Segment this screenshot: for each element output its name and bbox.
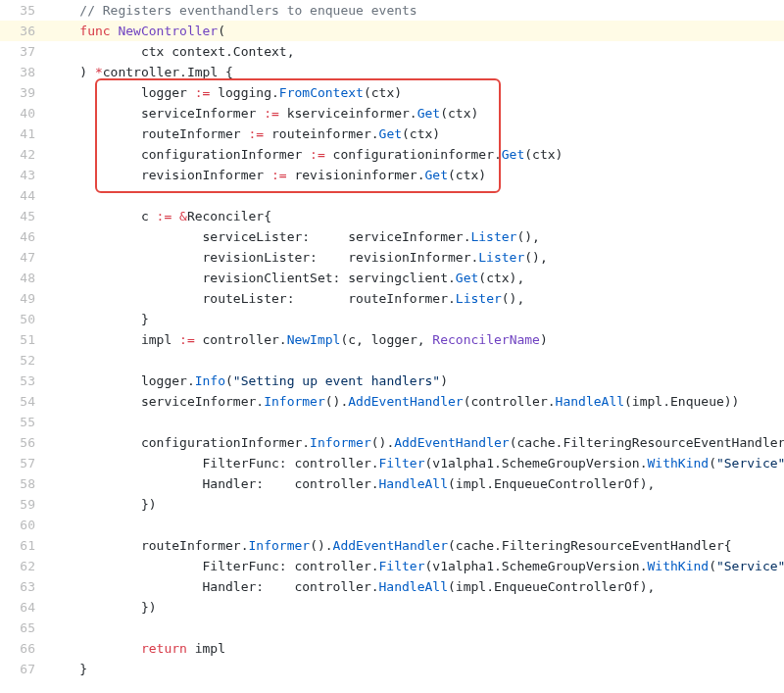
token: // Registers eventhandlers to enqueue ev…	[79, 3, 416, 18]
code-line: 38 ) *controller.Impl {	[0, 62, 784, 82]
line-number: 38	[0, 62, 47, 82]
code-line: 39 logger := logging.FromContext(ctx)	[0, 82, 784, 103]
code-content: // Registers eventhandlers to enqueue ev…	[47, 0, 784, 21]
code-content: logger.Info("Setting up event handlers")	[47, 371, 784, 391]
token: (v1alpha1.SchemeGroupVersion.	[425, 456, 648, 470]
token: routeLister: routeInformer.	[49, 291, 456, 306]
token: logger	[49, 85, 195, 100]
token: (controller.	[464, 394, 556, 409]
code-line: 41 routeInformer := routeinformer.Get(ct…	[0, 124, 784, 144]
token: routeinformer.	[264, 126, 378, 141]
code-line: 36 func NewController(	[0, 21, 784, 41]
token: (c, logger,	[340, 332, 432, 347]
token: configurationInformer	[49, 147, 310, 162]
token: }	[49, 662, 87, 676]
code-content: c := &Reconciler{	[47, 206, 784, 226]
token: func	[79, 24, 110, 38]
code-line: 37 ctx context.Context,	[0, 41, 784, 62]
token: ().	[325, 394, 348, 409]
token: (	[225, 373, 233, 388]
code-content: FilterFunc: controller.Filter(v1alpha1.S…	[47, 453, 784, 473]
code-line: 46 serviceLister: serviceInformer.Lister…	[0, 226, 784, 247]
code-content: Handler: controller.HandleAll(impl.Enque…	[47, 473, 784, 494]
line-number: 42	[0, 144, 47, 165]
token: FilterFunc: controller.	[49, 559, 379, 573]
code-line: 44	[0, 185, 784, 206]
token: WithKind	[648, 559, 710, 573]
token: Lister	[478, 250, 524, 265]
token: ().	[371, 435, 394, 450]
line-number: 36	[0, 21, 47, 41]
code-content: serviceInformer := kserviceinformer.Get(…	[47, 103, 784, 124]
line-number: 45	[0, 206, 47, 226]
line-number: 55	[0, 412, 47, 432]
token: impl	[187, 641, 225, 656]
code-content	[47, 515, 784, 535]
token: {	[218, 65, 233, 79]
code-content: ctx context.Context,	[47, 41, 784, 62]
token: (	[709, 559, 716, 573]
token: Get	[502, 147, 524, 162]
line-number: 50	[0, 309, 47, 329]
token: )	[440, 373, 448, 388]
token: Get	[425, 168, 448, 182]
code-content: func NewController(	[47, 21, 784, 41]
code-content: serviceLister: serviceInformer.Lister(),	[47, 226, 784, 247]
code-content	[47, 350, 784, 371]
code-line: 58 Handler: controller.HandleAll(impl.En…	[0, 473, 784, 494]
code-line: 50 }	[0, 309, 784, 329]
line-number: 37	[0, 41, 47, 62]
token: HandleAll	[379, 579, 448, 594]
code-content: }	[47, 659, 784, 679]
token: serviceInformer	[49, 106, 264, 121]
token: Handler: controller.	[49, 579, 379, 594]
token: (ctx),	[478, 271, 524, 285]
line-number: 67	[0, 659, 47, 679]
token: )	[49, 65, 95, 79]
code-line: 35 // Registers eventhandlers to enqueue…	[0, 0, 784, 21]
token: :=	[271, 168, 287, 182]
token: (cache.FilteringResourceEventHandler{	[448, 538, 732, 553]
code-list: 35 // Registers eventhandlers to enqueue…	[0, 0, 784, 679]
line-number: 39	[0, 82, 47, 103]
line-number: 58	[0, 473, 47, 494]
token: WithKind	[648, 456, 710, 470]
token: kserviceinformer.	[279, 106, 417, 121]
token: controller	[103, 65, 179, 79]
line-number: 44	[0, 185, 47, 206]
line-number: 52	[0, 350, 47, 371]
token: :=	[264, 106, 279, 121]
line-number: 51	[0, 329, 47, 350]
token: configurationinformer.	[325, 147, 502, 162]
token: Lister	[456, 291, 502, 306]
line-number: 41	[0, 124, 47, 144]
token	[49, 620, 57, 635]
token: controller.	[195, 332, 287, 347]
line-number: 62	[0, 556, 47, 576]
code-content: impl := controller.NewImpl(c, logger, Re…	[47, 329, 784, 350]
token: ().	[310, 538, 332, 553]
token: (ctx)	[440, 106, 478, 121]
token: configurationInformer.	[49, 435, 310, 450]
code-line: 49 routeLister: routeInformer.Lister(),	[0, 288, 784, 309]
token: Informer	[249, 538, 311, 553]
line-number: 46	[0, 226, 47, 247]
token: (ctx)	[448, 168, 486, 182]
code-content: logger := logging.FromContext(ctx)	[47, 82, 784, 103]
token	[49, 415, 57, 429]
code-line: 66 return impl	[0, 638, 784, 659]
code-line: 57 FilterFunc: controller.Filter(v1alpha…	[0, 453, 784, 473]
code-line: 42 configurationInformer := configuratio…	[0, 144, 784, 165]
code-content: routeInformer.Informer().AddEventHandler…	[47, 535, 784, 556]
token: ReconcilerName	[432, 332, 540, 347]
token: *	[95, 65, 103, 79]
code-line: 43 revisionInformer := revisioninformer.…	[0, 165, 784, 185]
code-content: configurationInformer := configurationin…	[47, 144, 784, 165]
token: (),	[502, 291, 524, 306]
token: &	[179, 209, 187, 223]
line-number: 59	[0, 494, 47, 515]
code-viewer: 35 // Registers eventhandlers to enqueue…	[0, 0, 784, 679]
token: revisionClientSet: servingclient.	[49, 271, 456, 285]
code-content: ) *controller.Impl {	[47, 62, 784, 82]
code-line: 65	[0, 618, 784, 638]
